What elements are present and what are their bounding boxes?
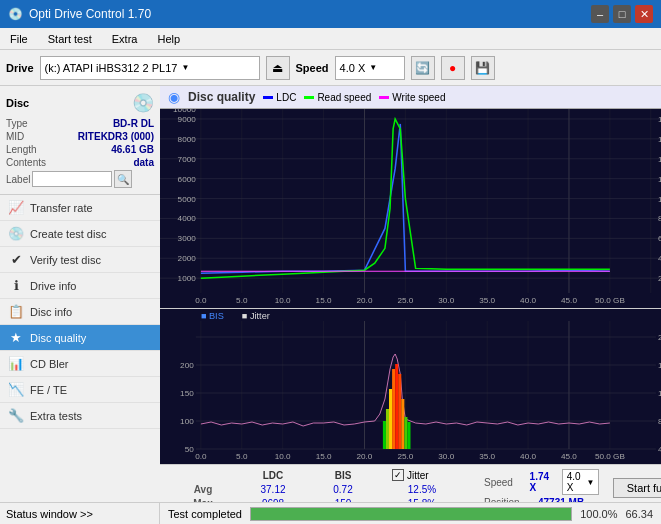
sidebar-item-cd-bler[interactable]: 📊 CD Bler	[0, 351, 160, 377]
sidebar-item-disc-quality[interactable]: ★ Disc quality	[0, 325, 160, 351]
upper-chart: 1000 2000 3000 4000 5000 6000 7000 8000 …	[160, 109, 661, 309]
stats-header-row: LDC BIS	[168, 469, 378, 482]
app-title: Opti Drive Control 1.70	[29, 7, 151, 21]
disc-mid-label: MID	[6, 131, 24, 142]
sidebar-item-create-test-disc[interactable]: 💿 Create test disc	[0, 221, 160, 247]
svg-text:2000: 2000	[178, 254, 197, 263]
disc-quality-label: Disc quality	[30, 332, 86, 344]
close-button[interactable]: ✕	[635, 5, 653, 23]
sidebar-item-verify-test-disc[interactable]: ✔ Verify test disc	[0, 247, 160, 273]
speed-stat-select[interactable]: 4.0 X ▼	[562, 469, 600, 495]
svg-rect-98	[404, 417, 407, 449]
sidebar-item-fe-te[interactable]: 📉 FE / TE	[0, 377, 160, 403]
legend-read-speed: Read speed	[304, 92, 371, 103]
eject-button[interactable]: ⏏	[266, 56, 290, 80]
disc-contents-row: Contents data	[6, 157, 154, 168]
disc-contents-label: Contents	[6, 157, 46, 168]
chart-area: ◉ Disc quality LDC Read speed Write spee…	[160, 86, 661, 502]
disc-info-nav-label: Disc info	[30, 306, 72, 318]
speed-label: Speed	[296, 62, 329, 74]
stats-avg-row: Avg 37.12 0.72	[168, 483, 378, 496]
sidebar-item-transfer-rate[interactable]: 📈 Transfer rate	[0, 195, 160, 221]
disc-info-icon: 📋	[8, 304, 24, 319]
speed-row: Speed 1.74 X 4.0 X ▼	[484, 469, 599, 495]
sidebar-item-extra-tests[interactable]: 🔧 Extra tests	[0, 403, 160, 429]
speed-position-section: Speed 1.74 X 4.0 X ▼ Position 47731 MB S…	[476, 465, 607, 502]
svg-text:35.0: 35.0	[479, 452, 495, 461]
sidebar: Disc 💿 Type BD-R DL MID RITEKDR3 (000) L…	[0, 86, 160, 502]
svg-text:15.0: 15.0	[316, 452, 332, 461]
save-button[interactable]: 💾	[471, 56, 495, 80]
svg-text:1000: 1000	[178, 274, 197, 283]
svg-text:10.0: 10.0	[275, 452, 291, 461]
menu-file[interactable]: File	[4, 31, 34, 47]
disc-type-label: Type	[6, 118, 28, 129]
chart-header: ◉ Disc quality LDC Read speed Write spee…	[160, 86, 661, 109]
progress-bar-container	[250, 507, 572, 521]
svg-text:200: 200	[180, 361, 194, 370]
jitter-header: ✓ Jitter	[392, 469, 470, 481]
svg-text:10000: 10000	[173, 109, 196, 114]
title-bar-left: 💿 Opti Drive Control 1.70	[8, 7, 151, 21]
disc-info-header: Disc 💿	[6, 92, 154, 114]
svg-text:30.0: 30.0	[438, 296, 454, 305]
toolbar: Drive (k:) ATAPI iHBS312 2 PL17 ▼ ⏏ Spee…	[0, 50, 661, 86]
svg-text:50.0 GB: 50.0 GB	[595, 452, 625, 461]
sidebar-item-drive-info[interactable]: ℹ Drive info	[0, 273, 160, 299]
menu-extra[interactable]: Extra	[106, 31, 144, 47]
legend-ldc-label: LDC	[276, 92, 296, 103]
svg-text:45.0: 45.0	[561, 452, 577, 461]
svg-text:6000: 6000	[178, 175, 197, 184]
jitter-section: ✓ Jitter 12.5% 15.8%	[386, 465, 476, 502]
disc-icon: 💿	[132, 92, 154, 114]
drive-value: (k:) ATAPI iHBS312 2 PL17	[45, 62, 178, 74]
sidebar-item-disc-info[interactable]: 📋 Disc info	[0, 299, 160, 325]
status-window-btn[interactable]: Status window >>	[6, 508, 93, 520]
progress-text: 100.0%	[580, 508, 617, 520]
avg-ldc: 37.12	[238, 483, 308, 496]
svg-text:40.0: 40.0	[520, 296, 536, 305]
progress-bar-fill	[251, 508, 571, 520]
nav-items: 📈 Transfer rate 💿 Create test disc ✔ Ver…	[0, 195, 160, 429]
main-status-bar: Test completed 100.0% 66.34	[160, 502, 661, 524]
refresh-button[interactable]: 🔄	[411, 56, 435, 80]
svg-rect-96	[398, 374, 401, 449]
disc-section-title: Disc	[6, 97, 29, 109]
speed-stat-label: Speed	[484, 477, 526, 488]
svg-rect-93	[389, 389, 392, 449]
start-full-button[interactable]: Start full	[613, 478, 661, 498]
svg-text:3000: 3000	[178, 234, 197, 243]
svg-text:5.0: 5.0	[236, 296, 248, 305]
disc-label-input[interactable]	[32, 171, 112, 187]
svg-text:8000: 8000	[178, 135, 197, 144]
legend-read-speed-label: Read speed	[317, 92, 371, 103]
menu-help[interactable]: Help	[151, 31, 186, 47]
avg-label: Avg	[168, 483, 238, 496]
jitter-label: Jitter	[407, 470, 429, 481]
ldc-color	[263, 96, 273, 99]
maximize-button[interactable]: □	[613, 5, 631, 23]
sidebar-status-bar: Status window >>	[0, 502, 160, 524]
col-header-bis: BIS	[308, 469, 378, 482]
status-text: Test completed	[168, 508, 242, 520]
svg-text:45.0: 45.0	[561, 296, 577, 305]
stats-bar: LDC BIS Avg 37.12 0.72 Max 9698 150 To	[160, 464, 661, 502]
app-icon: 💿	[8, 7, 23, 21]
svg-text:20.0: 20.0	[357, 296, 373, 305]
speed-stat-dropdown-arrow: ▼	[586, 478, 594, 487]
drive-select[interactable]: (k:) ATAPI iHBS312 2 PL17 ▼	[40, 56, 260, 80]
svg-text:50: 50	[185, 445, 195, 454]
title-bar-controls: – □ ✕	[591, 5, 653, 23]
right-value: 66.34	[625, 508, 653, 520]
minimize-button[interactable]: –	[591, 5, 609, 23]
speed-select[interactable]: 4.0 X ▼	[335, 56, 405, 80]
svg-text:20.0: 20.0	[357, 452, 373, 461]
menu-start-test[interactable]: Start test	[42, 31, 98, 47]
disc-label-button[interactable]: 🔍	[114, 170, 132, 188]
jitter-checkbox[interactable]: ✓	[392, 469, 404, 481]
record-button[interactable]: ●	[441, 56, 465, 80]
legend-write-speed: Write speed	[379, 92, 445, 103]
drive-dropdown-arrow: ▼	[181, 63, 189, 72]
svg-rect-92	[386, 409, 389, 449]
chart-icon: ◉	[168, 89, 180, 105]
